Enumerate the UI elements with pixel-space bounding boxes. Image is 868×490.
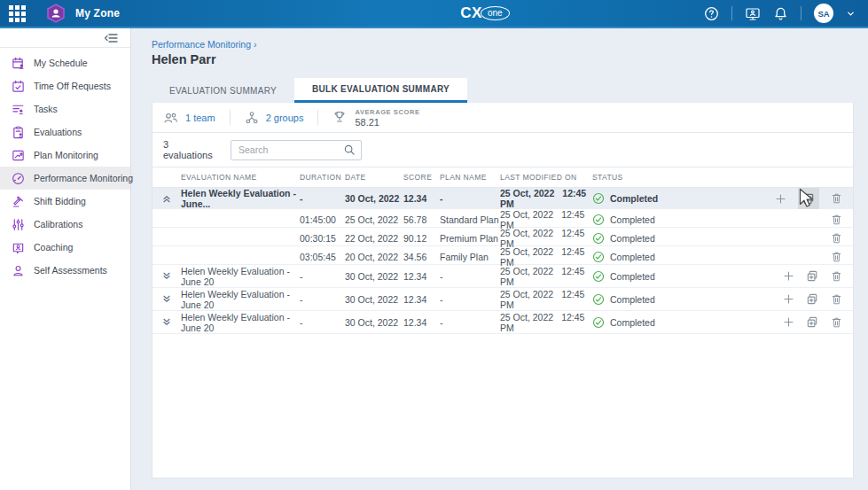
table-toolbar: 3 evaluations <box>152 133 853 167</box>
sidebar-collapse-toggle[interactable] <box>0 28 130 48</box>
average-score-value: 58.21 <box>355 117 419 128</box>
status-label: Completed <box>610 193 658 204</box>
sidebar-item-performance-monitoring[interactable]: Performance Monitoring <box>0 167 130 190</box>
sidebar-item-shift-bidding[interactable]: Shift Bidding <box>0 190 130 213</box>
user-avatar[interactable]: SA <box>814 4 833 23</box>
sidebar-item-tasks[interactable]: Tasks <box>0 97 130 121</box>
delete-evaluation-icon[interactable] <box>831 270 842 283</box>
tab-evaluation-summary[interactable]: EVALUATION SUMMARY <box>152 78 294 103</box>
duration: 00:30:15 <box>300 233 345 244</box>
delete-evaluation-icon[interactable] <box>831 192 842 205</box>
score: 12.34 <box>403 193 440 204</box>
sidebar-item-label: Evaluations <box>34 127 82 137</box>
add-evaluation-icon[interactable] <box>783 293 794 305</box>
last-modified: 25 Oct, 202212:45 PM <box>500 188 592 209</box>
tab-bulk-evaluation-summary[interactable]: BULK EVALUATION SUMMARY <box>294 78 467 103</box>
col-status: STATUS <box>592 173 755 182</box>
calibrations-icon <box>12 218 25 231</box>
sidebar-item-plan-monitoring[interactable]: Plan Monitoring <box>0 144 130 167</box>
tasks-icon <box>12 103 25 116</box>
table-row[interactable]: Helen Weekly Evaluation - June 20 - 30 O… <box>152 288 853 311</box>
breadcrumb[interactable]: Performance Monitoring› <box>152 39 854 50</box>
completed-check-icon <box>592 192 605 205</box>
date: 30 Oct, 2022 <box>345 193 403 204</box>
add-evaluation-icon[interactable] <box>783 270 794 282</box>
last-modified: 25 Oct, 202212:45 PM <box>500 312 592 333</box>
launch-monitor-icon[interactable] <box>745 6 761 21</box>
search-icon[interactable] <box>343 144 356 156</box>
delete-evaluation-icon[interactable] <box>831 214 842 226</box>
sidebar: My Schedule Time Off Requests Tasks Eval… <box>0 28 131 490</box>
app-launcher-icon[interactable] <box>9 5 26 22</box>
plan-name: - <box>440 317 500 328</box>
score: 12.34 <box>403 294 440 305</box>
breadcrumb-link[interactable]: Performance Monitoring <box>152 39 251 50</box>
duration: - <box>300 271 345 282</box>
table-row[interactable]: Helen Weekly Evaluation - June... - 30 O… <box>152 188 853 209</box>
status-badge: Completed <box>592 270 755 283</box>
col-date: DATE <box>345 173 403 182</box>
collapse-row-icon[interactable] <box>152 193 181 204</box>
row-actions <box>755 269 853 283</box>
copy-evaluation-icon[interactable] <box>806 269 819 283</box>
evaluations-icon <box>12 126 25 139</box>
sidebar-item-label: My Schedule <box>34 58 88 68</box>
sidebar-item-label: Time Off Requests <box>34 81 111 91</box>
add-evaluation-icon[interactable] <box>783 316 794 328</box>
groups-link[interactable]: 2 groups <box>245 111 304 125</box>
row-actions <box>755 214 853 226</box>
status-label: Completed <box>610 317 655 328</box>
sidebar-item-time-off-requests[interactable]: Time Off Requests <box>0 74 130 97</box>
delete-evaluation-icon[interactable] <box>831 316 842 329</box>
sidebar-item-label: Coaching <box>34 242 73 253</box>
delete-evaluation-icon[interactable] <box>831 293 842 306</box>
plan-name: Family Plan <box>440 252 500 262</box>
tab-bar: EVALUATION SUMMARY BULK EVALUATION SUMMA… <box>152 78 854 103</box>
breadcrumb-separator: › <box>254 39 257 50</box>
duration: - <box>300 193 345 204</box>
delete-evaluation-icon[interactable] <box>831 232 842 245</box>
divider <box>317 110 318 125</box>
help-icon[interactable] <box>704 6 719 21</box>
copy-evaluation-icon[interactable] <box>806 292 819 306</box>
evaluation-name: Helen Weekly Evaluation - June 20 <box>181 289 300 310</box>
row-actions <box>755 188 853 209</box>
date: 30 Oct, 2022 <box>345 271 403 282</box>
col-evaluation-name: EVALUATION NAME <box>181 173 300 182</box>
coaching-icon <box>12 241 25 254</box>
status-label: Completed <box>610 214 655 225</box>
expand-row-icon[interactable] <box>152 271 181 282</box>
delete-evaluation-icon[interactable] <box>831 251 842 263</box>
sidebar-item-label: Self Assessments <box>34 265 107 276</box>
groups-count-label: 2 groups <box>266 113 304 123</box>
add-evaluation-icon[interactable] <box>775 193 786 205</box>
team-icon <box>163 111 178 125</box>
team-link[interactable]: 1 team <box>163 111 215 125</box>
user-menu-chevron-icon[interactable] <box>846 9 856 19</box>
table-row[interactable]: Helen Weekly Evaluation - June 20 - 30 O… <box>152 265 853 288</box>
copy-evaluation-icon[interactable] <box>806 315 819 329</box>
table-row[interactable]: Helen Weekly Evaluation - June 20 - 30 O… <box>152 311 853 334</box>
plan-name: - <box>440 271 500 282</box>
cxone-logo: CX one <box>460 4 509 22</box>
sidebar-item-coaching[interactable]: Coaching <box>0 236 130 259</box>
row-actions <box>755 232 853 245</box>
schedule-icon <box>12 57 25 70</box>
sidebar-item-label: Calibrations <box>34 219 82 229</box>
expand-row-icon[interactable] <box>152 294 181 305</box>
table-row[interactable]: 01:45:00 25 Oct, 2022 56.78 Standard Pla… <box>152 209 853 228</box>
sidebar-item-calibrations[interactable]: Calibrations <box>0 213 130 236</box>
score: 12.34 <box>403 317 440 328</box>
sidebar-item-self-assessments[interactable]: Self Assessments <box>0 259 130 282</box>
divider <box>801 6 802 20</box>
table-row[interactable]: 00:30:15 22 Oct, 2022 90.12 Premium Plan… <box>152 228 853 246</box>
sidebar-item-evaluations[interactable]: Evaluations <box>0 121 130 144</box>
app-title: My Zone <box>75 7 120 19</box>
search-input[interactable] <box>231 140 362 160</box>
copy-evaluation-icon[interactable] <box>798 188 819 209</box>
expand-row-icon[interactable] <box>152 317 181 328</box>
sidebar-item-my-schedule[interactable]: My Schedule <box>0 51 130 74</box>
table-row[interactable]: 03:05:45 20 Oct, 2022 34.56 Family Plan … <box>152 246 853 265</box>
notifications-bell-icon[interactable] <box>773 6 788 21</box>
table-header: EVALUATION NAME DURATION DATE SCORE PLAN… <box>152 167 853 188</box>
